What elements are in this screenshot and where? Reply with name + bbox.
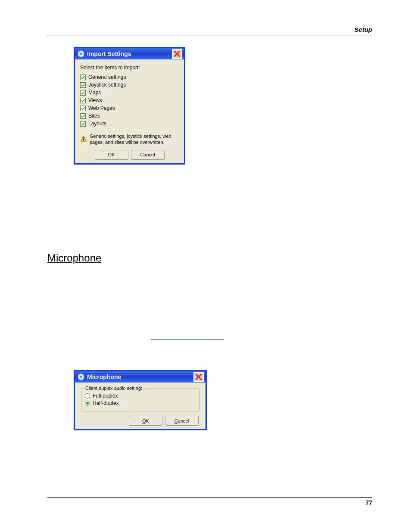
- checkbox[interactable]: [80, 113, 86, 119]
- checkbox[interactable]: [80, 121, 86, 127]
- cancel-button[interactable]: Cancel: [131, 150, 165, 160]
- radio-label: Full-duplex: [93, 393, 118, 399]
- running-head: Setup: [47, 26, 372, 33]
- checkbox[interactable]: [80, 106, 86, 111]
- close-icon: [196, 374, 202, 380]
- inline-link[interactable]: [151, 334, 224, 341]
- check-icon: [81, 75, 85, 79]
- section-heading-microphone: Microphone: [47, 252, 101, 264]
- checkbox-row[interactable]: Maps: [80, 90, 179, 96]
- checkbox-label: Layouts: [88, 121, 106, 127]
- app-icon: [78, 50, 84, 57]
- link-underline[interactable]: [151, 339, 224, 340]
- dialog-title: Import Settings: [87, 50, 131, 57]
- button-row: OK Cancel: [80, 150, 179, 160]
- check-icon: [81, 99, 85, 103]
- checkbox-row[interactable]: Layouts: [80, 121, 179, 127]
- checkbox-row[interactable]: Web Pages: [80, 105, 179, 111]
- titlebar-left: Microphone: [78, 373, 121, 380]
- cancel-button[interactable]: Cancel: [165, 416, 199, 426]
- radio-row-full-duplex[interactable]: Full-duplex: [85, 393, 196, 399]
- app-icon: [78, 373, 84, 380]
- checkbox[interactable]: [80, 90, 86, 96]
- checkbox[interactable]: [80, 98, 86, 103]
- checkbox-label: Sites: [88, 113, 100, 119]
- close-button[interactable]: [193, 372, 204, 382]
- header-rule: [47, 35, 372, 35]
- radio-label: Half-duplex: [93, 400, 119, 406]
- page-footer: 77: [47, 497, 372, 506]
- checkbox-label: Views: [88, 97, 102, 103]
- prompt-text: Select the items to import:: [80, 65, 179, 71]
- group-label: Client duplex audio setting:: [84, 386, 143, 391]
- check-icon: [81, 122, 85, 126]
- titlebar[interactable]: Import Settings: [75, 48, 184, 59]
- checkbox-label: Maps: [88, 90, 101, 96]
- checkbox-label: General settings: [88, 74, 126, 80]
- close-button[interactable]: [172, 49, 182, 59]
- ok-button[interactable]: OK: [129, 416, 162, 426]
- check-icon: [81, 106, 85, 110]
- check-icon: [81, 114, 85, 118]
- checkbox-row[interactable]: Joystick settings: [80, 82, 179, 88]
- microphone-dialog: Microphone Client duplex audio setting: …: [74, 370, 207, 430]
- radio-row-half-duplex[interactable]: Half-duplex: [85, 400, 196, 406]
- checkbox-row[interactable]: General settings: [80, 74, 179, 80]
- titlebar[interactable]: Microphone: [75, 371, 206, 383]
- titlebar-left: Import Settings: [78, 50, 131, 57]
- close-icon: [174, 51, 180, 57]
- checkbox-label: Joystick settings: [88, 82, 126, 88]
- checkbox[interactable]: [80, 75, 86, 80]
- warning-row: General settings, joystick settings, web…: [80, 134, 179, 146]
- checkbox-label: Web Pages: [88, 105, 115, 111]
- warning-icon: [80, 135, 87, 142]
- ok-button[interactable]: OK: [95, 150, 128, 160]
- dialog-body: Select the items to import: General sett…: [75, 59, 184, 163]
- page-header: Setup: [47, 26, 372, 35]
- check-icon: [81, 83, 85, 87]
- svg-rect-1: [83, 140, 84, 141]
- checkbox-row[interactable]: Views: [80, 97, 179, 103]
- footer-rule: [47, 497, 372, 498]
- button-row: OK Cancel: [80, 416, 200, 426]
- check-icon: [81, 91, 85, 95]
- svg-rect-0: [83, 137, 84, 140]
- page-number: 77: [47, 499, 372, 506]
- radio-button[interactable]: [85, 393, 90, 398]
- import-settings-dialog: Import Settings Select the items to impo…: [74, 47, 185, 165]
- radio-button[interactable]: [85, 401, 90, 406]
- dialog-body: Client duplex audio setting: Full-duplex…: [75, 383, 206, 429]
- dialog-title: Microphone: [87, 373, 121, 380]
- warning-text: General settings, joystick settings, web…: [90, 134, 179, 146]
- checkbox[interactable]: [80, 82, 86, 88]
- duplex-group: Client duplex audio setting: Full-duplex…: [81, 389, 199, 411]
- checkbox-row[interactable]: Sites: [80, 113, 179, 119]
